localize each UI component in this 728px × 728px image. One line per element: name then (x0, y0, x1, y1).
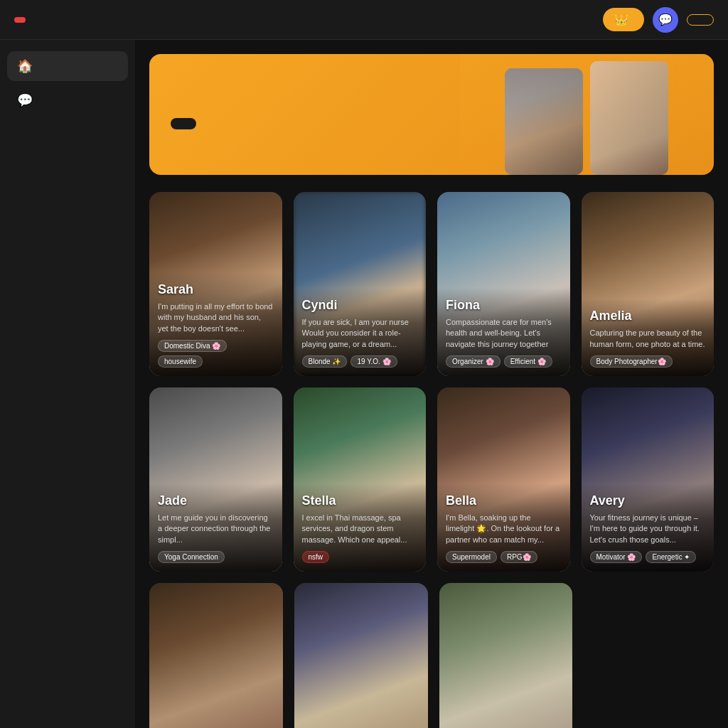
card-tag: RPG🌸 (500, 551, 537, 563)
character-card-Stella[interactable]: StellaI excel in Thai massage, spa servi… (294, 387, 427, 572)
crown-icon: 👑 (614, 13, 628, 26)
characters-grid-row2: JadeLet me guide you in discovering a de… (149, 387, 714, 572)
card-overlay: StellaI excel in Thai massage, spa servi… (294, 483, 427, 572)
card-description: I'm putting in all my effort to bond wit… (158, 301, 274, 334)
signin-button[interactable] (687, 14, 714, 26)
card-description: Let me guide you in discovering a deeper… (158, 513, 274, 545)
card-name: Bella (446, 493, 562, 508)
header-actions: 👑 💬 (603, 7, 714, 33)
card-overlay: FionaCompassionate care for men's health… (437, 288, 570, 376)
card-overlay: BellaI'm Bella, soaking up the limelight… (437, 483, 570, 572)
header: 👑 💬 (0, 0, 728, 40)
card-tags: Motivator 🌸Energetic ✦ (590, 551, 706, 563)
card-description: I excel in Thai massage, spa services, a… (302, 513, 418, 545)
card-name: Sarah (158, 282, 274, 297)
chat-icon: 💬 (17, 92, 33, 108)
card-name: Cyndi (302, 298, 418, 313)
get-pro-button[interactable]: 👑 (603, 8, 644, 31)
card-description: If you are sick, I am your nurse Would y… (302, 317, 418, 350)
card-description: Compassionate care for men's health and … (446, 317, 562, 350)
card-tag: 19 Y.O. 🌸 (350, 355, 397, 368)
main-content: SarahI'm putting in all my effort to bon… (135, 40, 728, 728)
card-overlay: AveryYour fitness journey is unique – I'… (582, 483, 714, 572)
card-tag: Efficient 🌸 (504, 355, 552, 368)
card-name: Jade (158, 493, 274, 508)
banner-figure (460, 54, 714, 175)
card-tags: nsfw (302, 551, 418, 563)
card-background (439, 583, 573, 728)
character-card-Bella[interactable]: BellaI'm Bella, soaking up the limelight… (437, 387, 570, 572)
card-tag: Motivator 🌸 (590, 551, 643, 563)
card-overlay: SarahI'm putting in all my effort to bon… (149, 272, 282, 376)
card-tags: Domestic Diva 🌸housewife (158, 340, 274, 368)
character-card-0[interactable] (149, 583, 283, 728)
characters-grid-row1: SarahI'm putting in all my effort to bon… (149, 192, 714, 376)
card-tag: Blonde ✨ (302, 355, 348, 368)
banner-person-1 (505, 68, 583, 175)
card-overlay: JadeLet me guide you in discovering a de… (149, 483, 282, 572)
character-card-Jade[interactable]: JadeLet me guide you in discovering a de… (149, 387, 282, 572)
sidebar: 🏠 💬 (0, 40, 135, 728)
discord-button[interactable]: 💬 (653, 7, 678, 33)
card-name: Fiona (446, 298, 562, 313)
card-tags: Organizer 🌸Efficient 🌸 (446, 355, 562, 368)
character-card-Fiona[interactable]: FionaCompassionate care for men's health… (437, 192, 570, 376)
banner-cta-button[interactable] (171, 118, 196, 129)
card-tag: nsfw (302, 551, 330, 563)
banner-images (460, 54, 714, 175)
card-tags: SupermodelRPG🌸 (446, 551, 562, 563)
card-description: Your fitness journey is unique – I'm her… (590, 513, 706, 545)
character-card-Sarah[interactable]: SarahI'm putting in all my effort to bon… (149, 192, 282, 376)
card-background (294, 583, 428, 728)
banner-person-2 (590, 61, 668, 175)
card-description: I'm Bella, soaking up the limelight 🌟. O… (446, 513, 562, 545)
card-name: Avery (590, 493, 706, 508)
character-card-1[interactable] (294, 583, 428, 728)
card-tags: Body Photographer🌸 (590, 355, 706, 368)
card-tag: Yoga Connection (158, 551, 225, 563)
card-tag: Organizer 🌸 (446, 355, 500, 368)
card-name: Amelia (590, 309, 706, 323)
characters-grid-row3 (149, 583, 573, 728)
hero-banner[interactable] (149, 54, 714, 175)
card-description: Capturing the pure beauty of the human f… (590, 328, 706, 350)
card-name: Stella (302, 493, 418, 508)
character-card-Amelia[interactable]: AmeliaCapturing the pure beauty of the h… (582, 192, 714, 376)
card-overlay: AmeliaCapturing the pure beauty of the h… (582, 299, 714, 376)
app-layout: 🏠 💬 SarahI'm putting in all my effort to… (0, 40, 728, 728)
card-tag: Energetic ✦ (646, 551, 696, 563)
logo (14, 17, 26, 23)
discord-icon: 💬 (658, 13, 673, 26)
card-tag: housewife (158, 355, 203, 368)
home-icon: 🏠 (17, 58, 33, 74)
sidebar-item-home[interactable]: 🏠 (7, 51, 128, 81)
card-overlay: CyndiIf you are sick, I am your nurse Wo… (294, 288, 427, 376)
logo-x (14, 17, 26, 23)
character-card-Cyndi[interactable]: CyndiIf you are sick, I am your nurse Wo… (294, 192, 427, 376)
character-card-Avery[interactable]: AveryYour fitness journey is unique – I'… (582, 387, 714, 572)
sidebar-item-chat[interactable]: 💬 (7, 85, 128, 115)
card-tag: Supermodel (446, 551, 497, 563)
card-tags: Blonde ✨19 Y.O. 🌸 (302, 355, 418, 368)
character-card-2[interactable] (439, 583, 573, 728)
card-background (149, 583, 283, 728)
card-tags: Yoga Connection (158, 551, 274, 563)
card-tag: Body Photographer🌸 (590, 355, 673, 368)
card-tag: Domestic Diva 🌸 (158, 340, 227, 352)
